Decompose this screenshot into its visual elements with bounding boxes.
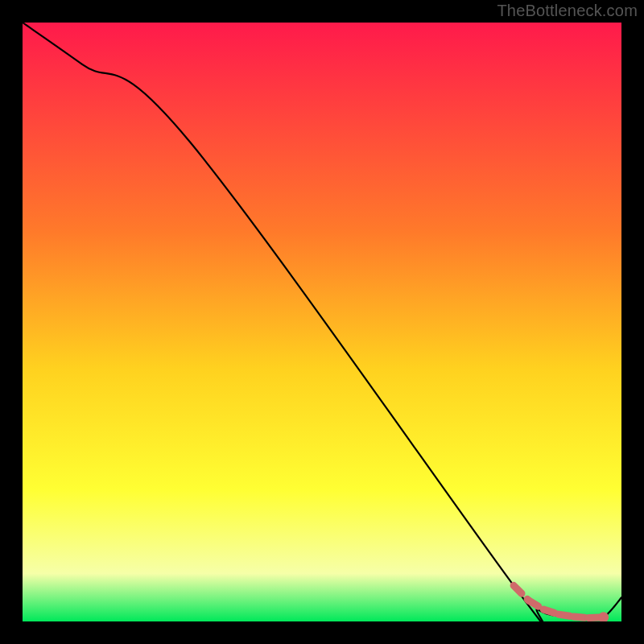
plot-svg xyxy=(23,23,621,621)
gradient-background xyxy=(23,23,621,621)
watermark-text: TheBottleneck.com xyxy=(497,2,638,20)
chart-frame: TheBottleneck.com xyxy=(0,0,644,644)
plot-area xyxy=(23,23,621,621)
